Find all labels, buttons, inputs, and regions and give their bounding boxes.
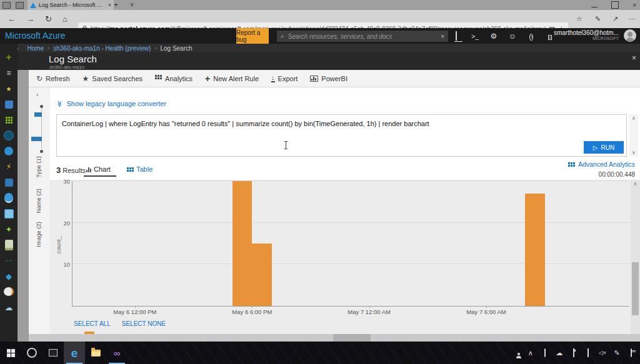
app-services-globe-icon[interactable] <box>4 146 14 156</box>
create-resource-plus-icon[interactable]: + <box>4 52 14 62</box>
browser-tab-bar: Log Search - Microsoft ... × + ∨ × <box>0 0 640 10</box>
browser-tab[interactable]: Log Search - Microsoft ... × <box>28 0 114 10</box>
new-alert-rule-button[interactable]: +New Alert Rule <box>205 74 259 84</box>
storage-accounts-icon[interactable] <box>4 240 14 250</box>
scroll-up-icon[interactable]: ∧ <box>629 116 638 121</box>
horizontal-scrollbar[interactable] <box>29 334 640 342</box>
time-brush-bottom-handle[interactable] <box>40 150 43 153</box>
scrollbar-thumb[interactable] <box>333 334 371 342</box>
notifications-bell-icon[interactable] <box>447 32 466 41</box>
scroll-down-icon[interactable]: ∨ <box>629 150 638 155</box>
display-icon[interactable] <box>584 349 592 357</box>
results-bar: 3 Results Chart Table Advanced Analytics… <box>50 159 640 180</box>
share-icon[interactable]: ↗ <box>612 15 618 23</box>
set-tabs-aside-icon[interactable] <box>2 2 11 9</box>
resource-groups-icon[interactable] <box>4 130 14 140</box>
favorites-star-icon[interactable]: ★ <box>4 84 14 94</box>
advisor-cloud-icon[interactable]: ☁ <box>4 302 14 312</box>
load-balancer-icon[interactable]: ✦ <box>4 224 14 234</box>
all-services-list-icon[interactable]: ≡ <box>4 68 14 78</box>
tab-table[interactable]: Table <box>127 165 152 173</box>
select-all-link[interactable]: SELECT ALL <box>74 320 111 327</box>
refresh-button[interactable]: ↻Refresh <box>36 74 70 83</box>
window-close-button[interactable]: × <box>632 2 639 8</box>
virtual-machines-icon[interactable] <box>4 209 14 219</box>
dashboard-icon[interactable] <box>4 99 14 109</box>
sql-databases-icon[interactable] <box>4 177 14 187</box>
function-apps-lightning-icon[interactable]: ⚡ <box>4 162 14 172</box>
maximize-button[interactable] <box>611 1 619 9</box>
action-center-icon[interactable] <box>628 349 635 357</box>
advanced-analytics-link[interactable]: Advanced Analytics <box>568 160 635 168</box>
scrollbar-thumb[interactable] <box>632 262 639 315</box>
bar-chart-plot[interactable]: 10 20 30 May 6 12:00 PM May 6 6:00 PM Ma… <box>72 181 629 307</box>
breadcrumb-home[interactable]: Home <box>28 45 44 52</box>
search-placeholder: Search resources, services, and docs <box>288 33 438 40</box>
touch-keyboard-icon[interactable] <box>541 349 549 357</box>
all-resources-grid-icon[interactable] <box>4 115 14 125</box>
analytics-grid-icon <box>155 75 162 82</box>
virtual-network-icon[interactable]: ‹··› <box>4 255 14 265</box>
blade-close-icon[interactable]: × <box>632 54 636 62</box>
battery-icon[interactable] <box>570 349 578 357</box>
edge-taskbar-icon[interactable]: e <box>64 342 85 364</box>
run-button[interactable]: ▷ RUN <box>584 141 624 154</box>
select-none-link[interactable]: SELECT NONE <box>122 320 166 327</box>
windows-ink-pen-icon[interactable]: ✎ <box>613 349 621 357</box>
account-info[interactable]: smarthotel360@hotm... MICROSOFT <box>554 29 619 41</box>
azure-brand[interactable]: Microsoft Azure <box>5 31 65 41</box>
query-text[interactable]: ContainerLog | where LogEntry has "retur… <box>62 120 576 127</box>
tab-list-chevron-icon[interactable]: ∨ <box>130 1 134 7</box>
tabs-preview-icon[interactable] <box>16 2 24 9</box>
settings-gear-icon[interactable]: ⚙ <box>484 32 503 41</box>
help-icon[interactable]: ? <box>522 32 541 41</box>
hub-favorites-icon[interactable]: ☆ <box>576 15 582 23</box>
task-view-button[interactable] <box>42 342 64 364</box>
chart-bar[interactable] <box>232 181 252 306</box>
facet-name[interactable]: Name (2) <box>35 189 42 214</box>
breadcrumb-resource[interactable]: sh360-aks-ma1n - Health (preview) <box>53 45 151 52</box>
visual-studio-icon[interactable]: ∞ <box>106 342 128 364</box>
home-icon[interactable]: ⌂ <box>62 14 68 24</box>
minimize-button[interactable] <box>591 2 598 7</box>
analytics-button[interactable]: Analytics <box>155 75 192 82</box>
cloud-shell-icon[interactable]: >_ <box>466 33 484 40</box>
export-button[interactable]: ↓Export <box>271 75 298 82</box>
legacy-converter-link[interactable]: ≫ Show legacy language converter <box>56 100 166 107</box>
azure-ad-icon[interactable]: ◆ <box>4 271 14 281</box>
results-scrollbar[interactable]: ∧ <box>631 180 640 334</box>
new-tab-button[interactable]: + <box>114 1 118 9</box>
query-scrollbar[interactable]: ∧ ∨ <box>629 114 638 157</box>
saved-searches-button[interactable]: ★Saved Searches <box>82 74 142 83</box>
avatar[interactable] <box>624 29 636 42</box>
powerbi-button[interactable]: PowerBI <box>310 75 348 82</box>
global-search-box[interactable]: ⌕ Search resources, services, and docs × <box>277 31 448 42</box>
forward-icon[interactable]: → <box>26 14 34 24</box>
facet-image[interactable]: Image (2) <box>35 222 42 247</box>
web-note-pen-icon[interactable]: ✎ <box>595 15 601 23</box>
chart-bar[interactable] <box>525 194 544 306</box>
cortana-button[interactable] <box>21 342 42 364</box>
monitor-gauge-icon[interactable] <box>4 287 14 297</box>
report-a-bug-button[interactable]: Report a bug <box>236 28 269 44</box>
tab-chart[interactable]: Chart <box>86 165 111 173</box>
feedback-smiley-icon[interactable]: ☺ <box>503 32 522 41</box>
refresh-icon[interactable]: ↻ <box>45 14 52 24</box>
onedrive-cloud-icon[interactable]: ☁ <box>556 349 563 357</box>
rail-expand-chevron-icon[interactable]: › <box>36 91 38 98</box>
scroll-up-icon[interactable]: ∧ <box>631 181 640 187</box>
cosmos-db-planet-icon[interactable] <box>4 193 14 203</box>
x-tick-label: May 7 12:00 AM <box>348 308 391 315</box>
volume-muted-icon[interactable]: ◁× <box>599 350 606 356</box>
tab-close-icon[interactable]: × <box>108 2 111 8</box>
tray-expand-chevron-icon[interactable]: ∧ <box>527 349 534 357</box>
facet-type[interactable]: Type (1) <box>35 156 42 178</box>
more-options-icon[interactable]: ⋯ <box>629 15 636 23</box>
search-clear-icon[interactable]: × <box>441 33 444 40</box>
start-button[interactable] <box>0 342 21 364</box>
query-editor[interactable]: ContainerLog | where LogEntry has "retur… <box>56 114 627 157</box>
file-explorer-icon[interactable] <box>85 342 106 364</box>
back-icon[interactable]: ← <box>8 14 16 24</box>
gridline <box>72 263 629 264</box>
chart-bar[interactable] <box>252 243 271 306</box>
